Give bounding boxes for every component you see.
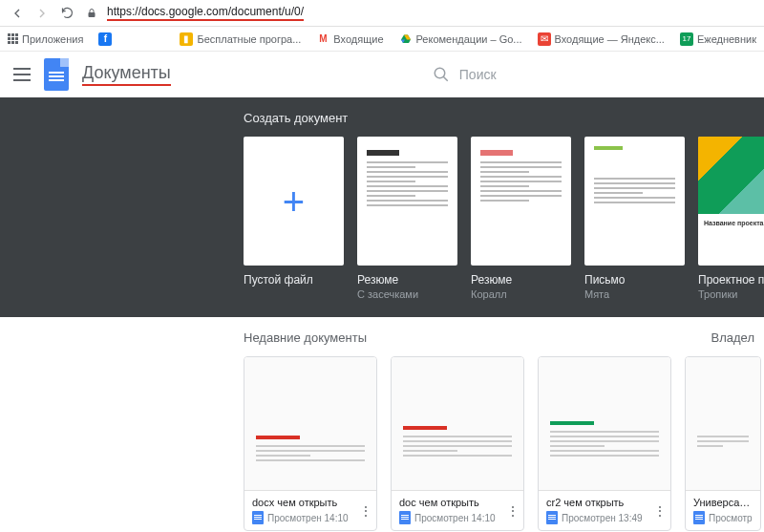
recent-section: Недавние документы Владел docx чем откры…: [0, 317, 764, 532]
more-options-button[interactable]: ⋮: [506, 503, 520, 519]
calendar-icon: 17: [680, 32, 693, 46]
doc-meta: Просмотрен 13:49: [562, 513, 643, 523]
bookmark-label: Приложения: [22, 33, 83, 45]
search-icon: [433, 66, 450, 83]
more-options-button[interactable]: ⋮: [653, 503, 667, 519]
docs-file-icon: [693, 511, 705, 524]
bookmark-item[interactable]: ▮ Бесплатные програ...: [180, 32, 301, 46]
recent-doc-card[interactable]: cr2 чем открыть Просмотрен 13:49 ⋮: [538, 356, 671, 531]
bookmarks-bar: Приложения f ▮ Бесплатные програ... M Вх…: [0, 27, 764, 52]
recent-doc-card[interactable]: docx чем открыть Просмотрен 14:10 ⋮: [244, 356, 377, 531]
template-thumb-title: Название проекта: [698, 214, 764, 232]
template-subtitle: С засечками: [357, 288, 457, 300]
recent-row: docx чем открыть Просмотрен 14:10 ⋮ doc …: [244, 356, 764, 531]
template-project-proposal[interactable]: Название проекта Проектное предло... Тро…: [698, 137, 764, 300]
bookmark-label: Входящие: [333, 33, 383, 45]
app-header: Документы Поиск: [0, 52, 764, 97]
template-name: Проектное предло...: [698, 273, 764, 287]
doc-title: Универсальнс: [693, 497, 753, 508]
template-subtitle: Коралл: [471, 288, 571, 300]
bookmark-facebook[interactable]: f: [98, 32, 112, 46]
doc-title: cr2 чем открыть: [546, 497, 663, 508]
docs-logo-icon[interactable]: [44, 58, 69, 91]
template-thumb: [357, 137, 457, 266]
owner-column-label[interactable]: Владел: [711, 330, 754, 345]
main-menu-button[interactable]: [13, 68, 31, 81]
template-resume-coral[interactable]: Резюме Коралл: [471, 137, 571, 300]
doc-thumbnail: [244, 357, 376, 491]
recent-doc-card[interactable]: doc чем открыть Просмотрен 14:10 ⋮: [391, 356, 524, 531]
docs-file-icon: [252, 511, 264, 524]
templates-row: + Пустой файл Резюме С засечками Резюме …: [244, 137, 764, 300]
svg-rect-0: [89, 12, 96, 17]
template-thumb: +: [244, 137, 344, 266]
template-name: Пустой файл: [244, 273, 344, 287]
bookmark-label: Входящие — Яндекс...: [555, 33, 665, 45]
address-bar-url[interactable]: https://docs.google.com/document/u/0/: [107, 5, 304, 21]
doc-thumbnail: [539, 357, 670, 491]
template-name: Резюме: [357, 273, 457, 287]
doc-meta: Просмотр: [709, 513, 753, 523]
recent-doc-card[interactable]: Универсальнс Просмотр: [685, 356, 761, 531]
bookmark-item[interactable]: 17 Ежедневник: [680, 32, 756, 46]
apps-icon: [8, 33, 18, 44]
gmail-icon: M: [316, 32, 329, 46]
templates-section: Создать документ + Пустой файл Резюме С …: [0, 97, 764, 317]
bookmark-item[interactable]: Рекомендации – Go...: [399, 32, 522, 46]
svg-line-2: [443, 76, 448, 81]
nav-back-button[interactable]: [8, 4, 27, 23]
nav-reload-button[interactable]: [57, 4, 76, 23]
bookmark-label: Рекомендации – Go...: [416, 33, 522, 45]
doc-title: docx чем открыть: [252, 497, 369, 508]
search-placeholder: Поиск: [459, 67, 497, 82]
app-title: Документы: [82, 63, 171, 86]
nav-forward-button[interactable]: [32, 4, 52, 23]
drive-icon: [399, 32, 413, 46]
template-thumb: [471, 137, 571, 266]
doc-meta: Просмотрен 14:10: [267, 513, 349, 523]
plus-icon: +: [283, 180, 305, 223]
bookmark-item[interactable]: M Входящие: [316, 32, 383, 46]
rss-icon: ▮: [180, 32, 193, 46]
more-options-button[interactable]: ⋮: [359, 503, 372, 519]
facebook-icon: f: [98, 32, 112, 46]
template-name: Резюме: [471, 273, 571, 287]
templates-heading: Создать документ: [244, 111, 764, 125]
doc-title: doc чем открыть: [399, 497, 516, 508]
template-resume-serif[interactable]: Резюме С засечками: [357, 137, 457, 300]
lock-icon: [82, 4, 101, 23]
template-subtitle: Тропики: [698, 288, 764, 300]
template-thumb: Название проекта: [698, 137, 764, 266]
template-thumb: [584, 137, 685, 266]
template-blank[interactable]: + Пустой файл: [244, 137, 344, 300]
svg-point-1: [435, 68, 445, 78]
search-box[interactable]: Поиск: [433, 66, 497, 83]
doc-thumbnail: [392, 357, 523, 491]
docs-file-icon: [546, 511, 558, 524]
browser-toolbar: https://docs.google.com/document/u/0/: [0, 0, 764, 27]
docs-file-icon: [399, 511, 411, 524]
doc-meta: Просмотрен 14:10: [414, 513, 496, 523]
recent-heading: Недавние документы: [244, 330, 367, 345]
bookmark-apps[interactable]: Приложения: [8, 33, 83, 45]
bookmark-label: Ежедневник: [697, 33, 756, 45]
yandex-mail-icon: ✉: [538, 32, 551, 46]
template-name: Письмо: [584, 273, 685, 287]
bookmark-label: Бесплатные програ...: [197, 33, 301, 45]
template-subtitle: Мята: [584, 288, 685, 300]
template-letter-mint[interactable]: Письмо Мята: [584, 137, 685, 300]
bookmark-item[interactable]: ✉ Входящие — Яндекс...: [538, 32, 665, 46]
doc-thumbnail: [686, 357, 760, 491]
